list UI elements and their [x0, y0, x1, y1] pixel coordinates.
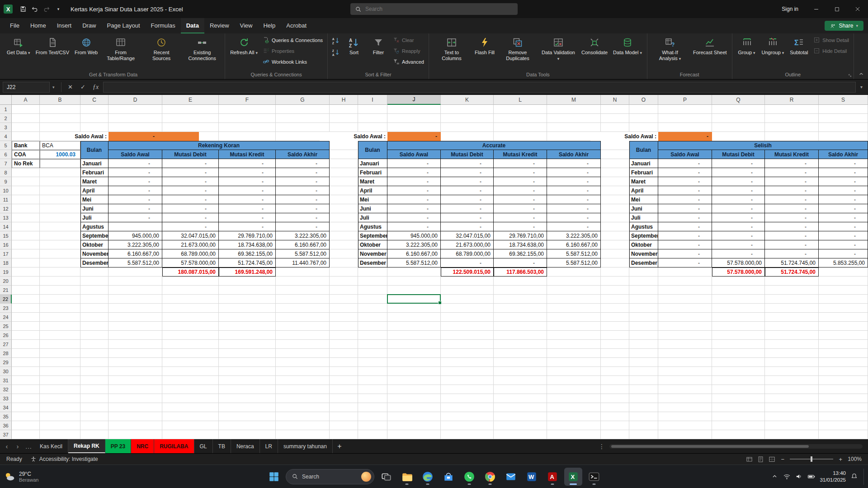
ribbon-tab-review[interactable]: Review: [204, 18, 235, 33]
value-cell[interactable]: -: [819, 231, 868, 240]
taskbar-app-store-icon[interactable]: [439, 468, 458, 486]
row-header-16[interactable]: 16: [0, 240, 12, 249]
value-cell[interactable]: -: [819, 240, 868, 249]
cancel-entry-icon[interactable]: ✕: [65, 82, 76, 93]
value-cell[interactable]: -: [712, 240, 765, 249]
row-header-21[interactable]: 21: [0, 286, 12, 295]
subtotal-button[interactable]: Σ Subtotal: [787, 35, 811, 70]
month-cell[interactable]: Maret: [358, 177, 387, 186]
row-header-6[interactable]: 6: [0, 150, 12, 159]
row-header-31[interactable]: 31: [0, 376, 12, 385]
value-cell[interactable]: 3.222.305,00: [276, 231, 330, 240]
value-cell[interactable]: -: [276, 168, 330, 177]
value-cell[interactable]: 32.047.015,00: [441, 231, 494, 240]
value-cell[interactable]: -: [819, 177, 868, 186]
month-cell[interactable]: November: [80, 249, 108, 258]
value-cell[interactable]: -: [547, 177, 601, 186]
minimize-button[interactable]: [806, 0, 826, 18]
value-cell[interactable]: -: [765, 249, 819, 258]
row-header-17[interactable]: 17: [0, 249, 12, 258]
sheet-tab-tb[interactable]: TB: [213, 439, 231, 453]
value-cell[interactable]: -: [658, 195, 712, 204]
column-header-Q[interactable]: Q: [712, 95, 765, 105]
start-button[interactable]: [265, 468, 283, 486]
qat-customize-icon[interactable]: ▾: [52, 3, 64, 15]
forecast-sheet-button[interactable]: Forecast Sheet: [691, 35, 729, 70]
value-cell[interactable]: -: [108, 159, 162, 168]
saldo-awal-value[interactable]: -: [658, 132, 712, 141]
value-cell[interactable]: -: [547, 168, 601, 177]
row-header-24[interactable]: 24: [0, 313, 12, 322]
share-button[interactable]: Share ▾: [825, 21, 863, 31]
consolidate-button[interactable]: Consolidate: [579, 35, 610, 70]
row-header-25[interactable]: 25: [0, 322, 12, 331]
taskbar-search[interactable]: Search: [286, 469, 374, 484]
value-cell[interactable]: 3.222.305,00: [387, 240, 441, 249]
value-cell[interactable]: -: [658, 222, 712, 231]
value-cell[interactable]: -: [441, 186, 494, 195]
from-text-csv-button[interactable]: From Text/CSV: [33, 35, 71, 70]
sort-button[interactable]: AZ Sort: [342, 35, 366, 70]
close-button[interactable]: [847, 0, 868, 18]
month-cell[interactable]: Agustus: [358, 222, 387, 231]
notification-bell-icon[interactable]: [850, 473, 858, 480]
zoom-slider[interactable]: [790, 459, 833, 460]
month-cell[interactable]: November: [629, 249, 658, 258]
row-header-4[interactable]: 4: [0, 132, 12, 141]
value-cell[interactable]: 6.160.667,00: [547, 240, 601, 249]
column-header-L[interactable]: L: [494, 95, 547, 105]
value-cell[interactable]: 57.578.000,00: [712, 258, 765, 267]
value-cell[interactable]: -: [387, 222, 441, 231]
value-cell[interactable]: 5.587.512,00: [108, 258, 162, 267]
row-header-32[interactable]: 32: [0, 385, 12, 394]
zoom-slider-thumb[interactable]: [811, 456, 812, 462]
month-cell[interactable]: Juni: [629, 204, 658, 213]
value-cell[interactable]: -: [162, 186, 219, 195]
column-header-I[interactable]: I: [358, 95, 387, 105]
column-header-H[interactable]: H: [330, 95, 358, 105]
value-cell[interactable]: -: [219, 177, 276, 186]
redo-icon[interactable]: [41, 3, 52, 15]
data-validation-button[interactable]: Data Validation ▾: [538, 35, 578, 70]
value-cell[interactable]: -: [712, 249, 765, 258]
value-cell[interactable]: -: [162, 213, 219, 222]
value-cell[interactable]: -: [765, 222, 819, 231]
column-header-N[interactable]: N: [601, 95, 629, 105]
row-header-34[interactable]: 34: [0, 403, 12, 412]
new-sheet-button[interactable]: +: [334, 442, 345, 450]
expand-formula-bar-icon[interactable]: ▾: [858, 84, 865, 89]
scrollbar-thumb[interactable]: [611, 445, 809, 448]
taskbar-clock[interactable]: 13:40 31/01/2025: [820, 470, 846, 483]
value-cell[interactable]: -: [219, 222, 276, 231]
value-cell[interactable]: 69.362.155,00: [494, 249, 547, 258]
value-cell[interactable]: -: [162, 168, 219, 177]
ungroup-button[interactable]: Ungroup ▾: [760, 35, 787, 70]
total-cell[interactable]: 57.578.000,00: [712, 267, 765, 277]
ribbon-tab-formulas[interactable]: Formulas: [146, 18, 181, 33]
taskbar-app-excel-icon[interactable]: X: [564, 468, 582, 486]
value-cell[interactable]: -: [547, 204, 601, 213]
value-cell[interactable]: -: [162, 195, 219, 204]
accessibility-status[interactable]: Accessibility: Investigate: [30, 456, 98, 462]
value-cell[interactable]: -: [658, 213, 712, 222]
month-cell[interactable]: September: [629, 231, 658, 240]
month-cell[interactable]: April: [358, 186, 387, 195]
value-cell[interactable]: -: [765, 195, 819, 204]
value-cell[interactable]: -: [547, 195, 601, 204]
value-cell[interactable]: -: [441, 213, 494, 222]
value-cell[interactable]: -: [494, 204, 547, 213]
weather-widget[interactable]: 29°C Berawan: [4, 471, 38, 483]
month-cell[interactable]: Mei: [80, 195, 108, 204]
value-cell[interactable]: -: [387, 195, 441, 204]
zoom-in-button[interactable]: +: [838, 456, 843, 463]
value-cell[interactable]: -: [712, 159, 765, 168]
properties-button[interactable]: Properties: [261, 46, 325, 56]
value-cell[interactable]: -: [658, 204, 712, 213]
column-header-K[interactable]: K: [441, 95, 494, 105]
value-cell[interactable]: -: [441, 159, 494, 168]
total-cell[interactable]: 169.591.248,00: [219, 267, 276, 277]
saldo-awal-value[interactable]: -: [108, 132, 199, 141]
column-header-P[interactable]: P: [658, 95, 712, 105]
get-data-button[interactable]: Get Data ▾: [5, 35, 33, 70]
sheet-tab-rekap-rk[interactable]: Rekap RK: [68, 439, 105, 453]
